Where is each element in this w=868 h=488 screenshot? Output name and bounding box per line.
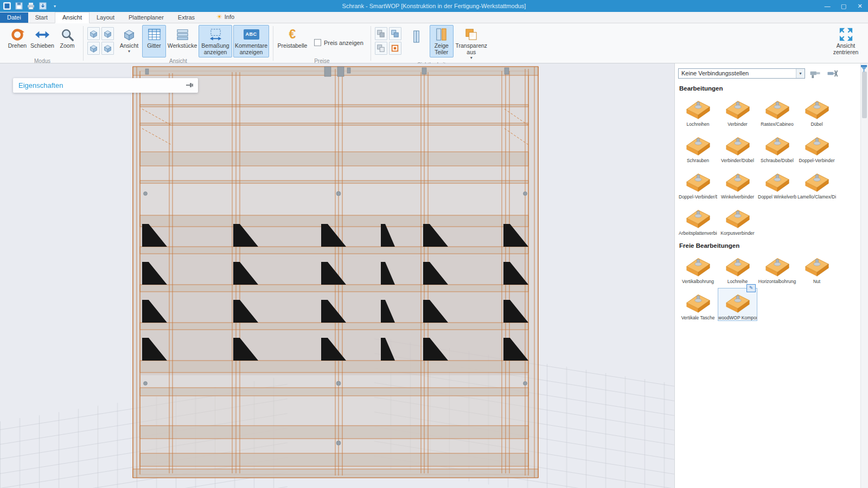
tile-duebel[interactable]: Dübel [797, 94, 837, 127]
tile-vertikalbohrung[interactable]: Vertikalbohrung [678, 252, 718, 285]
ansicht-zentrieren-button[interactable]: Ansicht zentrieren [829, 25, 863, 57]
orange-frame-icon[interactable] [389, 42, 401, 55]
machining-icon [682, 204, 714, 229]
drehen-button[interactable]: Drehen [5, 25, 29, 57]
panel-scrollbar[interactable]: ▲ [860, 63, 868, 488]
visibility-small-buttons [375, 25, 401, 55]
maximize-button[interactable]: ▢ [835, 0, 852, 12]
hide-parts-icon[interactable] [375, 42, 387, 55]
ribbon-group-preise: € Preistabelle Preis anzeigen Preise [274, 24, 370, 63]
qat-customize-chevron-icon[interactable]: ▾ [50, 1, 60, 11]
tab-info[interactable]: ☀ Info [209, 11, 241, 23]
group-separator [371, 26, 371, 61]
tab-start[interactable]: Start [28, 12, 55, 23]
tab-info-label: Info [225, 14, 234, 20]
tile-korpusverbinder[interactable]: Korpusverbinder [718, 203, 757, 236]
verbindungsstellen-dropdown[interactable]: Keine Verbindungsstellen ▾ [678, 68, 805, 79]
ribbon-spacer [492, 24, 826, 63]
parts-list-icon [175, 27, 190, 42]
tile-rastex-cabineo[interactable]: Rastex/Cabineo [757, 94, 797, 127]
tile-doppel-verbinder-d[interactable]: Doppel-Verbinder/D... [678, 167, 718, 200]
machining-icon [762, 131, 793, 156]
chevron-down-icon: ▾ [796, 69, 805, 78]
tile-arbeitsplattenverbinder[interactable]: Arbeitsplattenverbin... [678, 203, 718, 236]
tile-lochreihe[interactable]: Lochreihe [718, 252, 757, 285]
view-front-icon[interactable] [87, 27, 100, 40]
werkstuecke-button[interactable]: Werkstücke [167, 25, 197, 57]
tab-plattenplaner[interactable]: Plattenplaner [122, 12, 171, 23]
tile-winkelverbinder[interactable]: Winkelverbinder [718, 167, 757, 200]
transparency-icon [464, 27, 478, 42]
save-icon[interactable] [14, 1, 24, 11]
eigenschaften-panel-header[interactable]: Eigenschaften [13, 78, 198, 93]
ribbon-tab-row: Datei Start Ansicht Layout Plattenplaner… [0, 12, 868, 23]
layers-alt-icon[interactable] [389, 27, 401, 40]
ribbon-group-zentrieren: Ansicht zentrieren [826, 24, 866, 63]
transparenz-dropdown-button[interactable]: Transparenz aus ▾ [455, 25, 488, 61]
print-icon[interactable] [26, 1, 36, 11]
kommentare-toggle-button[interactable]: ABC Kommentare anzeigen [233, 25, 269, 57]
tile-verbinder-duebel[interactable]: Verbinder/Dübel [718, 131, 757, 164]
tile-vertikale-tasche[interactable]: Vertikale Tasche [678, 288, 718, 321]
view-preset-buttons [87, 25, 114, 55]
view-top-icon[interactable] [87, 42, 100, 55]
view-iso-icon[interactable] [101, 42, 114, 55]
tile-verbinder[interactable]: Verbinder [718, 94, 757, 127]
tile-schraube-duebel[interactable]: Schraube/Dübel [757, 131, 797, 164]
group-separator [273, 26, 273, 61]
tile-horizontalbohrung[interactable]: Horizontalbohrung [757, 252, 797, 285]
schieben-button[interactable]: Schieben [30, 25, 54, 57]
close-button[interactable]: ✕ [852, 0, 868, 12]
tile-lamello-clamex[interactable]: Lamello/Clamex/Di... [797, 167, 837, 200]
panel-toolbar: Keine Verbindungsstellen ▾ [678, 67, 857, 79]
grid-icon [147, 27, 162, 42]
machining-icon [722, 252, 754, 277]
tab-ansicht[interactable]: Ansicht [55, 12, 90, 23]
machining-icon [682, 252, 714, 277]
tile-nut[interactable]: Nut [797, 252, 837, 285]
bearbeitungen-grid: Lochreihen Verbinder Rastex/Cabineo Dübe… [678, 94, 857, 236]
tile-schrauben[interactable]: Schrauben [678, 131, 718, 164]
preis-anzeigen-row: Preis anzeigen [314, 39, 363, 46]
machining-icon [801, 131, 833, 156]
rotate-icon [10, 27, 25, 42]
panel-filter-icon[interactable] [860, 65, 867, 73]
preistabelle-button[interactable]: € Preistabelle [277, 25, 308, 57]
ribbon: Drehen Schieben Zoom Modus [0, 23, 868, 63]
scrollbar-thumb[interactable] [862, 72, 867, 118]
cabinet-3d-view[interactable] [0, 63, 674, 488]
tab-datei[interactable]: Datei [0, 12, 28, 23]
section-title-freie-bearbeitungen: Freie Bearbeitungen [679, 242, 857, 249]
chevron-down-icon: ▾ [470, 56, 473, 60]
group-separator [83, 26, 84, 61]
zoom-button[interactable]: Zoom [55, 25, 79, 57]
ansicht-dropdown-button[interactable]: Ansicht ▾ [117, 25, 141, 57]
section-title-bearbeitungen: Bearbeitungen [679, 85, 857, 92]
view-side-icon[interactable] [101, 27, 114, 40]
machining-icon [722, 95, 754, 120]
tile-doppel-verbinder[interactable]: Doppel-Verbinder [797, 131, 837, 164]
bemassung-toggle-button[interactable]: Bemaßung anzeigen [199, 25, 232, 57]
preis-anzeigen-checkbox[interactable] [314, 39, 321, 46]
machining-icon [682, 131, 714, 156]
export-icon[interactable] [38, 1, 48, 11]
tile-doppel-winkelverbinder[interactable]: Doppel Winkelverbin... [757, 167, 797, 200]
zeige-teiler-toggle-button[interactable]: Zeige Teiler [430, 25, 454, 57]
dimension-icon [208, 27, 223, 42]
tile-woodwop-komponente[interactable]: ✎ woodWOP Kompon... [718, 288, 757, 321]
quick-access-toolbar: ▾ [0, 1, 60, 11]
tab-extras[interactable]: Extras [171, 12, 202, 23]
layers-icon[interactable] [375, 27, 387, 40]
gitter-toggle-button[interactable]: Gitter [142, 25, 166, 57]
machining-icon [801, 252, 833, 277]
connector-tool-icon[interactable] [825, 67, 840, 79]
magnifier-icon [60, 27, 75, 42]
titlebar: ▾ Schrank - SmartWOP [Konstruktion in de… [0, 0, 868, 12]
drill-tool-icon[interactable] [808, 67, 822, 79]
tile-lochreihen[interactable]: Lochreihen [678, 94, 718, 127]
pin-icon[interactable] [186, 81, 194, 91]
zeige-fronten-button[interactable] [405, 27, 429, 60]
window-title: Schrank - SmartWOP [Konstruktion in der … [0, 3, 868, 9]
tab-layout[interactable]: Layout [90, 12, 122, 23]
minimize-button[interactable]: — [819, 0, 835, 12]
